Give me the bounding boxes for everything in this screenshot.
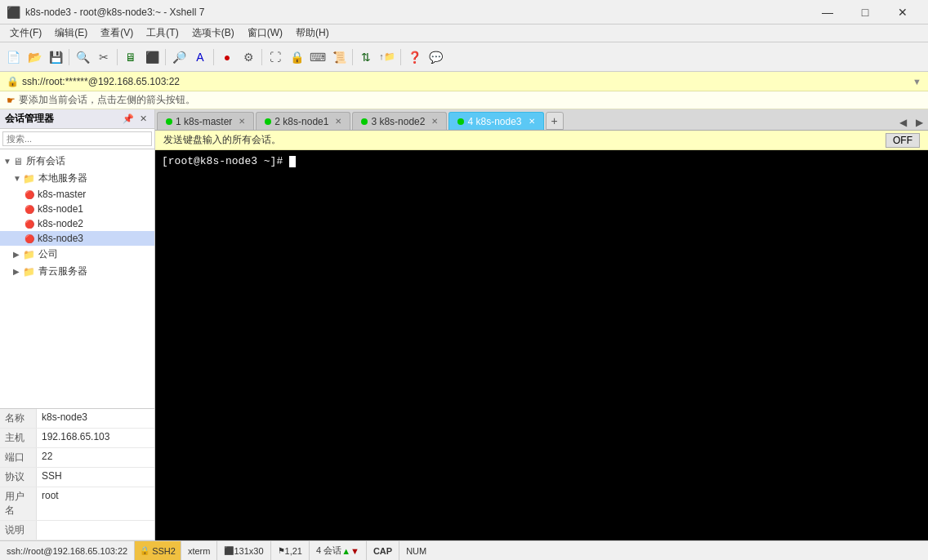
k8s-node2-label: k8s-node2 [38,218,83,229]
tab-k8s-master[interactable]: 1 k8s-master ✕ [157,112,254,130]
menu-item-编辑(E)[interactable]: 编辑(E) [48,24,94,42]
ssh-bar-dropdown[interactable]: ▼ [912,77,921,87]
status-ssh-icon: 🔒 [140,546,149,555]
help-btn[interactable]: ❓ [404,47,424,67]
broadcast-bar: 发送键盘输入的所有会话。 OFF [155,131,928,150]
toolbar-sep-6 [352,49,353,65]
broadcast-off-button[interactable]: OFF [886,133,920,148]
company-label: 公司 [38,247,58,261]
new-session-btn[interactable]: 📄 [3,47,23,67]
ssh-bar: 🔒 ssh://root:******@192.168.65.103:22 ▼ [0,72,928,91]
sidebar-search-input[interactable] [2,131,152,146]
tree-item-k8s-master[interactable]: 🔴 k8s-master [0,187,154,202]
connect-btn[interactable]: 🖥 [121,47,141,67]
tree-item-local-servers[interactable]: ▼ 📁 本地服务器 [0,170,154,187]
hint-arrow-icon: ☛ [7,95,16,106]
tab-bar: 1 k8s-master ✕ 2 k8s-node1 ✕ 3 k8s-node2… [155,109,928,131]
prop-row-name: 名称 k8s-node3 [0,409,154,429]
expand-local-icon[interactable]: ▼ [13,174,23,183]
color-btn[interactable]: A [190,47,210,67]
tab-k8s-node3[interactable]: 4 k8s-node3 ✕ [448,112,543,130]
expand-qingyun-icon[interactable]: ▶ [13,267,23,276]
folder-local-icon: 📁 [23,173,35,184]
tab4-close[interactable]: ✕ [529,117,535,126]
tab3-label: 3 k8s-node2 [371,116,425,127]
toolbar-sep-5 [261,49,262,65]
fullscreen-btn[interactable]: ⛶ [265,47,285,67]
open-btn[interactable]: 📂 [25,47,44,67]
tab-k8s-node2[interactable]: 3 k8s-node2 ✕ [352,112,447,130]
transfer-btn[interactable]: ⇅ [356,47,376,67]
toolbar-sep-3 [165,49,166,65]
menu-item-查看(V)[interactable]: 查看(V) [94,24,140,42]
sidebar-header: 会话管理器 📌 ✕ [0,109,154,129]
status-position: ⚑ 1,21 [271,541,310,560]
content-area: 1 k8s-master ✕ 2 k8s-node1 ✕ 3 k8s-node2… [155,109,928,540]
k8s-node1-label: k8s-node1 [38,203,83,215]
k8s-master-label: k8s-master [38,189,86,200]
script-btn[interactable]: 📜 [329,47,349,67]
ssh-btn[interactable]: ⬛ [142,47,162,67]
record-btn[interactable]: ● [217,47,237,67]
prop-value-name: k8s-node3 [37,409,154,428]
server-k8s-master-icon: 🔴 [25,190,34,199]
tree-item-all-sessions[interactable]: ▼ 🖥 所有会话 [0,153,154,170]
expand-all-icon[interactable]: ▼ [3,157,13,166]
status-protocol: 🔒 SSH2 [135,541,181,560]
status-num: NUM [399,541,433,560]
menu-item-选项卡(B)[interactable]: 选项卡(B) [185,24,241,42]
k8s-node3-label: k8s-node3 [38,233,83,244]
menu-item-工具(T)[interactable]: 工具(T) [140,24,185,42]
save-btn[interactable]: 💾 [46,47,65,67]
cut-btn[interactable]: ✂ [94,47,114,67]
upload-btn[interactable]: ↑📁 [377,47,397,67]
tab4-label: 4 k8s-node3 [467,116,521,127]
tab1-close[interactable]: ✕ [239,117,245,126]
status-cap: CAP [367,541,399,560]
tree-item-qingyun[interactable]: ▶ 📁 青云服务器 [0,263,154,280]
menu-item-文件(F)[interactable]: 文件(F) [3,24,48,42]
size-icon: ⬛ [224,546,234,555]
chat-btn[interactable]: 💬 [426,47,445,67]
sidebar-pin-btn[interactable]: 📌 [122,113,135,126]
lock-btn[interactable]: 🔒 [287,47,306,67]
minimize-button[interactable]: — [809,0,846,24]
tab-next-btn[interactable]: ▶ [912,115,926,130]
tree-item-k8s-node2[interactable]: 🔴 k8s-node2 [0,216,154,231]
expand-company-icon[interactable]: ▶ [13,250,23,259]
maximize-button[interactable]: □ [846,0,884,24]
tab3-close[interactable]: ✕ [431,117,438,126]
tab2-close[interactable]: ✕ [335,117,341,126]
search-btn[interactable]: 🔍 [73,47,92,67]
terminal[interactable]: [root@k8s-node3 ~]# [155,150,928,540]
prop-row-description: 说明 [0,521,154,540]
prop-row-host: 主机 192.168.65.103 [0,429,154,448]
size-text: 131x30 [234,546,263,556]
toolbar: 📄 📂 💾 🔍 ✂ 🖥 ⬛ 🔎 A ● ⚙ ⛶ 🔒 ⌨ 📜 ⇅ ↑📁 ❓ 💬 [0,42,928,72]
hint-text: 要添加当前会话，点击左侧的箭头按钮。 [19,93,195,107]
prop-value-username: root [37,487,154,520]
prop-label-username: 用户名 [0,487,37,520]
lock-icon: 🔒 [7,76,19,87]
settings-btn[interactable]: ⚙ [239,47,258,67]
tab-nav: ◀ ▶ [895,115,926,130]
tab-prev-btn[interactable]: ◀ [895,115,910,130]
broadcast-text: 发送键盘输入的所有会话。 [163,133,281,147]
keyboard-btn[interactable]: ⌨ [308,47,328,67]
menu-item-帮助(H)[interactable]: 帮助(H) [289,24,336,42]
prop-row-protocol: 协议 SSH [0,468,154,487]
add-tab-button[interactable]: + [546,112,564,130]
find-btn[interactable]: 🔎 [169,47,189,67]
close-button[interactable]: ✕ [884,0,921,24]
tab-k8s-node1[interactable]: 2 k8s-node1 ✕ [256,112,350,130]
title-bar-left: ⬛ k8s-node3 - root@k8s-node3:~ - Xshell … [7,6,204,19]
tree-item-k8s-node1[interactable]: 🔴 k8s-node1 [0,202,154,216]
sidebar-close-btn[interactable]: ✕ [136,113,149,126]
toolbar-sep-1 [69,49,69,65]
tree-item-k8s-node3[interactable]: 🔴 k8s-node3 [0,231,154,246]
title-text: k8s-node3 - root@k8s-node3:~ - Xshell 7 [25,7,204,18]
menu-item-窗口(W)[interactable]: 窗口(W) [241,24,289,42]
ssh-address: ssh://root:******@192.168.65.103:22 [22,76,180,87]
title-bar: ⬛ k8s-node3 - root@k8s-node3:~ - Xshell … [0,0,928,24]
tree-item-company[interactable]: ▶ 📁 公司 [0,246,154,263]
